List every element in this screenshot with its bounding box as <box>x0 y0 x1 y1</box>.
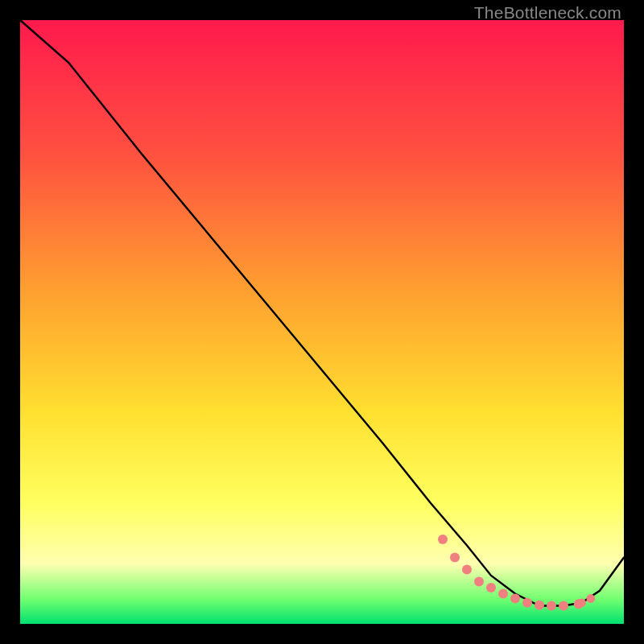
plot-area <box>20 20 624 624</box>
marker-dot <box>510 594 520 604</box>
chart-svg <box>20 20 624 624</box>
marker-dot <box>522 598 532 608</box>
marker-dot <box>438 535 448 544</box>
marker-dot <box>450 553 460 563</box>
marker-dot <box>474 577 484 587</box>
highlight-markers <box>438 535 595 611</box>
marker-dot <box>586 594 595 603</box>
marker-dot <box>559 601 568 611</box>
chart-frame: TheBottleneck.com <box>0 0 644 644</box>
marker-dot <box>486 583 496 592</box>
marker-dot <box>547 601 556 611</box>
bottleneck-curve <box>20 20 624 606</box>
marker-dot <box>498 589 508 599</box>
marker-dot <box>535 601 544 610</box>
marker-dot <box>462 565 472 575</box>
marker-dot <box>577 598 586 607</box>
